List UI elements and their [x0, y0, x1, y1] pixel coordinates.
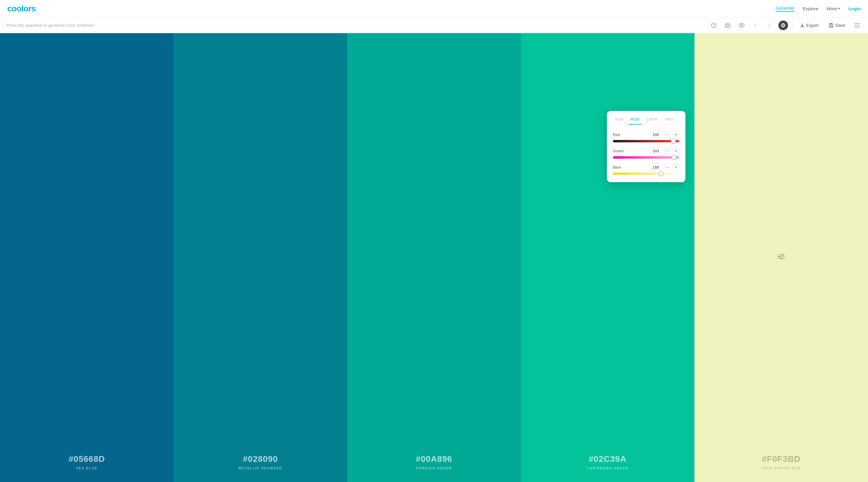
color-panel-3[interactable]: #00A896 PERSIAN GREEN [347, 33, 521, 482]
toolbar-hint: Press the spacebar to generate color sch… [6, 23, 94, 28]
header: coolors Generate Explore More Login [0, 0, 868, 18]
red-controls: − + [649, 131, 679, 138]
export-button[interactable]: Export [797, 21, 822, 30]
color-name-3: PERSIAN GREEN [416, 466, 452, 470]
tab-rgb[interactable]: RGB [628, 117, 642, 125]
red-slider-thumb[interactable] [671, 139, 676, 143]
toolbar-actions: ? [709, 21, 862, 30]
save-label: Save [835, 23, 845, 28]
svg-point-4 [741, 25, 742, 26]
red-input[interactable] [649, 131, 662, 138]
green-slider-thumb[interactable] [672, 155, 676, 160]
color-panel-2[interactable]: #028090 METALLIC SEAWEED [174, 33, 347, 482]
color-hex-1: #05668D [68, 454, 105, 464]
color-name-4: CARIBBEAN GREEN [587, 466, 628, 470]
navigation: Generate Explore More Login [776, 5, 861, 12]
blue-label-row: Blue − + [613, 163, 679, 171]
svg-point-9 [782, 254, 783, 256]
nav-explore[interactable]: Explore [803, 6, 818, 11]
color-hex-5: #F0F3BD [762, 454, 800, 464]
svg-rect-7 [830, 24, 832, 25]
globe-icon[interactable] [778, 21, 788, 30]
blue-minus[interactable]: − [664, 164, 671, 170]
red-label-row: Red − + [613, 131, 679, 138]
color-panel-5[interactable]: #F0F3BD PALE SPRING BUD [694, 33, 868, 482]
blue-slider-thumb[interactable] [658, 171, 663, 176]
camera-icon[interactable] [723, 21, 733, 30]
green-controls: − + [649, 147, 679, 154]
svg-point-2 [727, 25, 728, 27]
green-minus[interactable]: − [664, 148, 671, 154]
red-minus[interactable]: − [664, 131, 671, 138]
green-row: Green − + [613, 147, 679, 159]
green-input[interactable] [649, 147, 662, 154]
svg-point-11 [778, 256, 780, 258]
red-plus[interactable]: + [673, 131, 679, 138]
blue-row: Blue − + [613, 163, 679, 175]
color-hex-3: #00A896 [416, 454, 453, 464]
arrow-left-icon[interactable] [751, 21, 760, 30]
eye-icon[interactable] [737, 21, 746, 30]
svg-point-3 [739, 24, 744, 27]
export-label: Export [806, 23, 818, 28]
blue-label: Blue [613, 165, 621, 169]
adjust-icon[interactable] [777, 253, 785, 262]
blue-input[interactable] [649, 163, 662, 171]
svg-point-13 [781, 258, 783, 259]
tab-pms[interactable]: PMS [662, 117, 676, 125]
menu-icon[interactable] [852, 21, 862, 30]
color-panel-1[interactable]: #05668D SEA BLUE [0, 33, 174, 482]
arrow-right-icon[interactable] [765, 21, 774, 30]
toolbar: Press the spacebar to generate color sch… [0, 18, 868, 33]
help-icon[interactable]: ? [709, 21, 719, 30]
color-name-1: SEA BLUE [76, 466, 97, 470]
tab-hsb[interactable]: HSB [613, 117, 626, 125]
popup-tabs: HSB RGB CMYK PMS [613, 117, 679, 125]
red-label: Red [613, 132, 620, 137]
red-row: Red − + [613, 131, 679, 142]
green-label: Green [613, 149, 624, 153]
rgb-popup: HSB RGB CMYK PMS Red − + [607, 111, 685, 182]
svg-rect-6 [830, 26, 832, 27]
color-panel-4[interactable]: #02C39A CARIBBEAN GREEN HSB RGB CMYK PMS… [521, 33, 694, 482]
login-button[interactable]: Login [848, 6, 861, 11]
color-hex-4: #02C39A [589, 454, 626, 464]
blue-plus[interactable]: + [673, 164, 679, 170]
color-panels: #05668D SEA BLUE #028090 METALLIC SEAWEE… [0, 33, 868, 482]
toolbar-divider [792, 22, 793, 29]
red-slider-track [613, 140, 679, 142]
green-slider-track [613, 156, 679, 159]
tab-cmyk[interactable]: CMYK [644, 117, 660, 125]
color-name-5: PALE SPRING BUD [762, 466, 801, 470]
color-name-2: METALLIC SEAWEED [239, 466, 282, 470]
nav-generate[interactable]: Generate [776, 5, 795, 12]
green-label-row: Green − + [613, 147, 679, 154]
save-button[interactable]: Save [826, 21, 848, 30]
nav-more[interactable]: More [827, 6, 840, 11]
logo[interactable]: coolors [7, 4, 36, 13]
color-hex-2: #028090 [243, 454, 278, 464]
blue-slider-track [613, 172, 679, 175]
blue-controls: − + [649, 163, 679, 171]
green-plus[interactable]: + [673, 148, 679, 154]
svg-text:?: ? [713, 24, 715, 27]
